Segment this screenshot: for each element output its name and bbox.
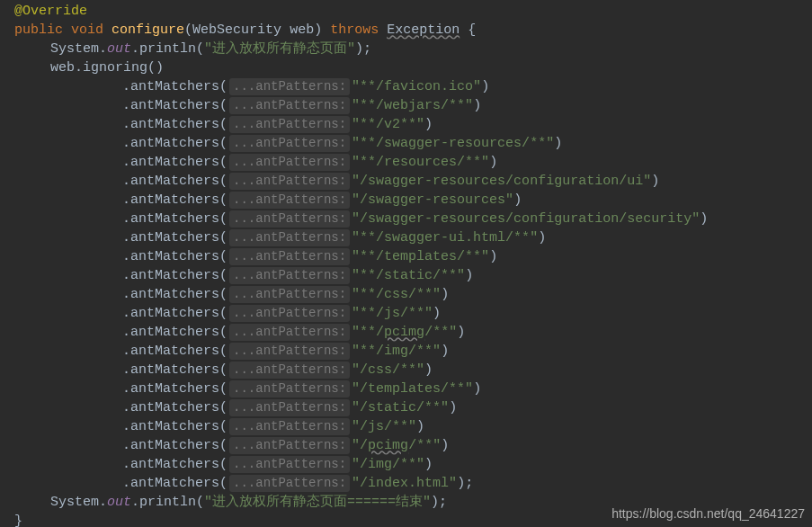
println-line-1: System.out.println("进入放权所有静态页面"); — [14, 40, 812, 58]
method-signature: public void configure(WebSecurity web) t… — [14, 21, 812, 40]
matcher-line: .antMatchers(...antPatterns: "/swagger-r… — [14, 210, 812, 228]
matcher-line: .antMatchers(...antPatterns: "/pcimg/**"… — [14, 436, 812, 455]
param-hint: ...antPatterns: — [229, 229, 350, 247]
ignoring-line: web.ignoring() — [14, 58, 812, 77]
matcher-line: .antMatchers(...antPatterns: "**/img/**"… — [14, 342, 812, 361]
matcher-line: .antMatchers(...antPatterns: "**/swagger… — [14, 134, 812, 153]
matcher-line: .antMatchers(...antPatterns: "**/favicon… — [14, 77, 812, 96]
matcher-line: .antMatchers(...antPatterns: "/swagger-r… — [14, 172, 812, 191]
matcher-line: .antMatchers(...antPatterns: "**/swagger… — [14, 228, 812, 247]
matcher-line: .antMatchers(...antPatterns: "**/static/… — [14, 266, 812, 285]
param-hint: ...antPatterns: — [229, 305, 350, 323]
watermark: https://blog.csdn.net/qq_24641227 — [611, 505, 805, 523]
code-editor[interactable]: @Override public void configure(WebSecur… — [0, 2, 812, 527]
matcher-line: .antMatchers(...antPatterns: "/js/**") — [14, 417, 812, 436]
param-hint: ...antPatterns: — [229, 154, 350, 172]
matcher-line: .antMatchers(...antPatterns: "/static/**… — [14, 398, 812, 417]
param-hint: ...antPatterns: — [229, 116, 350, 134]
param-hint: ...antPatterns: — [229, 324, 350, 342]
param-hint: ...antPatterns: — [229, 475, 350, 493]
param-hint: ...antPatterns: — [229, 192, 350, 210]
matcher-line: .antMatchers(...antPatterns: "/img/**") — [14, 455, 812, 474]
matcher-line: .antMatchers(...antPatterns: "**/js/**") — [14, 304, 812, 323]
param-hint: ...antPatterns: — [229, 399, 350, 417]
matcher-line: .antMatchers(...antPatterns: "**/pcimg/*… — [14, 323, 812, 342]
param-hint: ...antPatterns: — [229, 248, 350, 266]
param-hint: ...antPatterns: — [229, 456, 350, 474]
param-hint: ...antPatterns: — [229, 418, 350, 436]
param-hint: ...antPatterns: — [229, 343, 350, 361]
param-hint: ...antPatterns: — [229, 437, 350, 455]
matcher-line: .antMatchers(...antPatterns: "**/templat… — [14, 247, 812, 266]
matcher-line: .antMatchers(...antPatterns: "/templates… — [14, 380, 812, 398]
param-hint: ...antPatterns: — [229, 78, 350, 96]
matcher-line: .antMatchers(...antPatterns: "**/resourc… — [14, 153, 812, 172]
param-hint: ...antPatterns: — [229, 267, 350, 285]
param-hint: ...antPatterns: — [229, 362, 350, 380]
param-hint: ...antPatterns: — [229, 286, 350, 304]
param-hint: ...antPatterns: — [229, 135, 350, 153]
param-hint: ...antPatterns: — [229, 210, 350, 228]
matcher-line: .antMatchers(...antPatterns: "/css/**") — [14, 361, 812, 380]
matcher-line: .antMatchers(...antPatterns: "**/css/**"… — [14, 285, 812, 304]
matcher-line: .antMatchers(...antPatterns: "/swagger-r… — [14, 191, 812, 210]
param-hint: ...antPatterns: — [229, 97, 350, 115]
matcher-line: .antMatchers(...antPatterns: "/index.htm… — [14, 474, 812, 493]
param-hint: ...antPatterns: — [229, 380, 350, 398]
matcher-line: .antMatchers(...antPatterns: "**/webjars… — [14, 96, 812, 115]
param-hint: ...antPatterns: — [229, 173, 350, 191]
matcher-line: .antMatchers(...antPatterns: "**/v2**") — [14, 115, 812, 134]
annotation-line: @Override — [14, 2, 812, 21]
